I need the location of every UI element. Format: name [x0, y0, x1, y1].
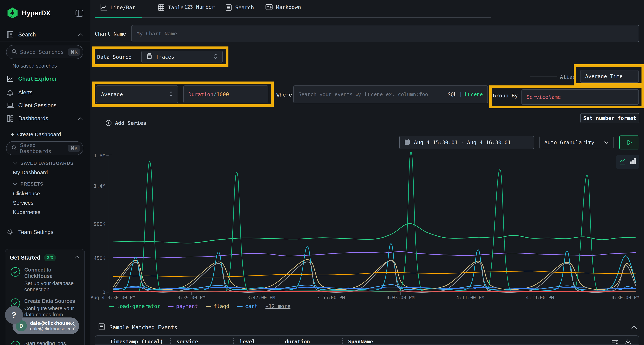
time-range-input[interactable]: Aug 4 15:30:01 - Aug 4 16:30:01	[399, 136, 534, 149]
app-title: HyperDX	[22, 9, 51, 17]
sidebar-search-label: Search	[18, 31, 36, 38]
tab-line-bar[interactable]: Line/Bar	[100, 4, 136, 11]
chevron-up-icon[interactable]	[74, 256, 80, 260]
group-presets[interactable]: PRESETS	[12, 181, 43, 187]
get-started-item[interactable]: Connect to ClickHouse Set up your databa…	[10, 267, 80, 293]
bell-icon	[6, 89, 14, 96]
legend-label: payment	[176, 303, 198, 309]
tab-label: Line/Bar	[110, 4, 136, 10]
data-source-select[interactable]: Traces	[141, 51, 223, 63]
sample-events-header[interactable]: Sample Matched Events	[98, 323, 177, 332]
legend-dash	[168, 306, 174, 307]
legend-more-link[interactable]: +12 more	[266, 303, 290, 309]
chevron-right-icon: ›	[74, 322, 76, 330]
sidebar-item-chart-explorer[interactable]: Chart Explorer	[6, 75, 57, 83]
divider	[0, 125, 90, 125]
mode-divider: |	[459, 91, 462, 97]
y-axis-tick-label: 900K	[94, 221, 106, 227]
group-label: PRESETS	[20, 181, 43, 187]
tab-number[interactable]: 123 Number	[184, 4, 215, 10]
chart-name-input[interactable]: My Chart Name	[132, 25, 639, 42]
group-by-input[interactable]: ServiceName	[522, 89, 639, 105]
get-started-progress-badge: 3/3	[44, 254, 56, 261]
alias-input[interactable]: Average Time	[580, 70, 639, 83]
hyperdx-app: HyperDX Search Saved Searches ⌘K	[0, 0, 644, 345]
sidebar-section-search[interactable]: Search	[6, 31, 36, 39]
sidebar-item-label: Dashboards	[18, 115, 48, 122]
saved-dashboards-input[interactable]: Saved Dashboards ⌘K	[6, 141, 83, 155]
tab-underline-track	[95, 17, 491, 18]
sidebar-item-dashboards[interactable]: Dashboards	[6, 115, 48, 122]
chevron-up-icon[interactable]	[77, 117, 83, 122]
number-123-icon: 123	[184, 4, 193, 10]
line-chart-icon	[6, 75, 14, 83]
alias-connector-line	[530, 76, 557, 77]
create-dashboard-label: Create Dashboard	[17, 131, 61, 137]
magnifier-icon	[11, 145, 18, 152]
saved-searches-input[interactable]: Saved Searches ⌘K	[6, 45, 83, 59]
user-menu[interactable]: D dale@clickhouse.com dale@clickhouse.co…	[12, 318, 79, 334]
legend-dash	[206, 306, 211, 307]
legend-item-load-generator[interactable]: load-generator	[109, 303, 160, 309]
sidebar-item-client-sessions[interactable]: Client Sessions	[6, 102, 56, 109]
hyperdx-logo-icon	[7, 7, 18, 18]
legend-item-payment[interactable]: payment	[168, 303, 198, 309]
where-input[interactable]: Search your events w/ Lucene ex. column:…	[294, 85, 488, 103]
shortcut-badge: ⌘K	[68, 48, 80, 56]
tab-label: Table	[168, 4, 184, 10]
lucene-mode-label[interactable]: Lucene	[465, 91, 483, 97]
saved-dashboards-placeholder: Saved Dashboards	[20, 142, 68, 154]
sidebar-collapse-icon[interactable]	[75, 8, 84, 18]
sidebar-item-clickhouse[interactable]: ClickHouse	[13, 191, 40, 197]
events-list-icon	[98, 323, 105, 332]
tab-search[interactable]: Search	[225, 4, 254, 11]
markdown-icon	[265, 4, 273, 10]
field-expression-input[interactable]: Duration/1000	[183, 85, 268, 103]
add-series-button[interactable]: Add Series	[105, 119, 146, 127]
x-axis-tick-label: Aug 4 3:30:00 PM	[91, 295, 136, 300]
series-line-load-generator	[113, 223, 636, 243]
sidebar: HyperDX Search Saved Searches ⌘K	[0, 0, 90, 345]
granularity-value: Auto Granularity	[544, 139, 594, 145]
data-source-label: Data Source	[97, 54, 132, 60]
tab-markdown[interactable]: Markdown	[265, 4, 301, 10]
y-axis-tick-label: 1.4M	[94, 183, 105, 189]
calendar-icon	[404, 139, 410, 146]
help-button[interactable]: ?	[5, 306, 23, 324]
granularity-select[interactable]: Auto Granularity	[539, 136, 614, 149]
sidebar-item-kubernetes[interactable]: Kubernetes	[13, 209, 40, 215]
tab-table[interactable]: Table	[158, 4, 184, 11]
legend-item-cart[interactable]: cart	[237, 303, 258, 309]
set-number-format-button[interactable]: Set number format	[580, 113, 639, 123]
run-query-button[interactable]	[619, 135, 639, 149]
group-label: SAVED DASHBOARDS	[20, 161, 74, 166]
collapse-section-chevron-icon[interactable]	[630, 325, 638, 330]
play-icon	[627, 139, 632, 145]
sidebar-item-services[interactable]: Services	[13, 200, 34, 206]
create-dashboard-button[interactable]: + Create Dashboard	[11, 131, 61, 138]
x-axis-tick-label: 4:19:00 PM	[526, 295, 554, 300]
aggregation-select[interactable]: Average	[96, 85, 178, 103]
dashboard-grid-icon	[6, 115, 14, 122]
alias-label: Alias	[560, 74, 576, 80]
group-saved-dashboards[interactable]: SAVED DASHBOARDS	[12, 161, 74, 166]
query-mode-toggle[interactable]: SQL | Lucene	[448, 91, 483, 97]
check-circle-icon	[10, 340, 21, 345]
get-started-item[interactable]: Start sending logs, metrics, or traces	[10, 340, 80, 345]
search-panel-icon	[6, 31, 14, 39]
sidebar-item-alerts[interactable]: Alerts	[6, 89, 32, 96]
get-started-item-title: Create Data Sources	[24, 298, 78, 304]
legend-dash	[237, 306, 242, 307]
legend-item-flagd[interactable]: flagd	[206, 303, 229, 309]
x-axis-tick-label: 4:30:00 PM	[612, 295, 640, 300]
alias-value: Average Time	[585, 73, 623, 79]
operator-token: /	[214, 91, 216, 97]
timeseries-chart[interactable]: 0450K900K1.4M1.8MAug 4 3:30:00 PM3:39:00…	[90, 152, 644, 303]
chevron-up-icon[interactable]	[77, 32, 83, 37]
where-placeholder: Search your events w/ Lucene ex. column:…	[298, 91, 428, 97]
tab-label: Search	[235, 4, 254, 10]
legend-label: load-generator	[117, 303, 160, 309]
sidebar-item-my-dashboard[interactable]: My Dashboard	[13, 169, 48, 176]
sql-mode-label[interactable]: SQL	[448, 91, 457, 97]
sidebar-item-team-settings[interactable]: Team Settings	[6, 228, 53, 236]
